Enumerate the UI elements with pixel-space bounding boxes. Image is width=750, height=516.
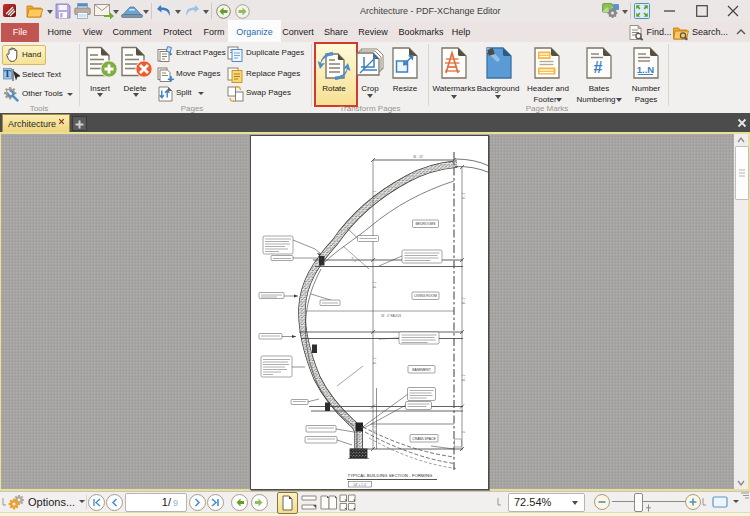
svg-text:9' - 1": 9' - 1" bbox=[462, 192, 466, 199]
svg-text:1..N: 1..N bbox=[637, 64, 655, 75]
svg-text:18' - 0" RADIUS: 18' - 0" RADIUS bbox=[381, 314, 401, 318]
svg-text:CRAWLSPACE: CRAWLSPACE bbox=[412, 437, 436, 441]
svg-text:T: T bbox=[4, 68, 11, 79]
svg-text:BASEMENT: BASEMENT bbox=[412, 368, 431, 372]
svg-text:R - 1: R - 1 bbox=[350, 256, 358, 263]
svg-text:36' - 10": 36' - 10" bbox=[413, 155, 423, 159]
svg-text:BEDROOMS: BEDROOMS bbox=[416, 222, 437, 226]
svg-text:9' - 1": 9' - 1" bbox=[373, 190, 377, 197]
svg-text:8' - 1": 8' - 1" bbox=[462, 297, 466, 304]
svg-text:8' - 1": 8' - 1" bbox=[373, 281, 377, 288]
svg-text:3' - 6": 3' - 6" bbox=[373, 425, 377, 432]
svg-text:LIVING ROOM: LIVING ROOM bbox=[414, 294, 437, 298]
svg-text:#: # bbox=[594, 59, 603, 76]
svg-text:8' - 1": 8' - 1" bbox=[462, 374, 466, 381]
svg-text:8' - 1": 8' - 1" bbox=[373, 357, 377, 364]
svg-text:TYPICAL BUILDING SECTION - FOR: TYPICAL BUILDING SECTION - FORMING bbox=[348, 473, 433, 478]
svg-text:3': 3' bbox=[462, 430, 466, 433]
svg-text:1/4" = 1'-0": 1/4" = 1'-0" bbox=[353, 483, 367, 487]
